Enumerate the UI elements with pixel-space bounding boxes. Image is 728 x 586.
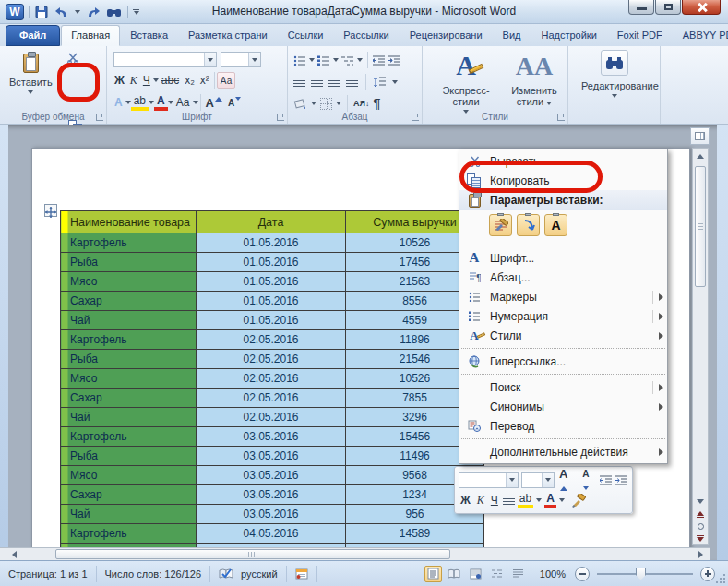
mini-font-color-dropdown-icon[interactable] xyxy=(559,498,565,502)
maximize-button[interactable] xyxy=(655,0,681,15)
language-section[interactable]: русский xyxy=(210,566,286,582)
change-case-button[interactable]: Аа xyxy=(173,94,193,111)
menu-item-additional-actions[interactable]: Дополнительные действия xyxy=(459,442,667,461)
table-cell[interactable]: 01.05.2016 xyxy=(197,233,346,253)
italic-button[interactable]: К xyxy=(127,72,140,89)
mini-decrease-indent-icon[interactable] xyxy=(600,475,613,485)
subscript-button[interactable]: x₂ xyxy=(182,72,197,89)
tab-file[interactable]: Файл xyxy=(6,25,60,46)
menu-item-search[interactable]: Поиск xyxy=(459,377,667,397)
tab-view[interactable]: Вид xyxy=(493,25,531,46)
mini-font-name-combo[interactable] xyxy=(459,472,519,488)
column-header[interactable]: Наименование товара xyxy=(61,211,197,233)
change-case-dropdown-icon[interactable] xyxy=(193,101,198,104)
close-button[interactable] xyxy=(682,0,721,15)
zoom-level-label[interactable]: 100% xyxy=(540,568,566,580)
strikethrough-button[interactable]: abc xyxy=(159,72,182,89)
vertical-scrollbar-thumb[interactable] xyxy=(695,166,706,287)
mini-underline-button[interactable]: Ч xyxy=(489,494,500,507)
mini-center-icon[interactable] xyxy=(503,496,515,505)
align-right-icon[interactable] xyxy=(328,78,340,87)
menu-item-font[interactable]: А Шрифт... xyxy=(459,248,667,268)
table-cell[interactable]: 01.05.2016 xyxy=(197,272,346,292)
table-cell[interactable]: Мясо xyxy=(61,466,197,485)
font-name-combo[interactable] xyxy=(113,52,217,67)
tab-insert[interactable]: Вставка xyxy=(120,25,178,46)
view-fullscreen-reading-button[interactable] xyxy=(446,566,463,582)
multilevel-list-icon[interactable] xyxy=(341,55,354,66)
table-cell[interactable]: 14589 xyxy=(346,524,484,544)
select-browse-object-button[interactable] xyxy=(694,520,707,532)
table-cell[interactable]: Мясо xyxy=(61,369,197,389)
table-cell[interactable]: 01.05.2016 xyxy=(197,292,346,311)
table-move-handle[interactable] xyxy=(44,204,57,217)
ruler-toggle-button[interactable] xyxy=(690,127,710,145)
dialog-launcher-icon[interactable] xyxy=(277,114,284,121)
table-cell[interactable]: 01.05.2016 xyxy=(197,253,346,272)
table-cell[interactable]: 03.05.2016 xyxy=(197,466,346,485)
view-outline-button[interactable] xyxy=(488,566,506,582)
table-cell[interactable]: Мясо xyxy=(61,272,197,292)
table-cell[interactable]: 02.05.2016 xyxy=(197,389,346,408)
clear-formatting-button[interactable]: Аа xyxy=(217,72,235,89)
show-marks-button[interactable]: ¶ xyxy=(373,96,380,111)
align-center-icon[interactable] xyxy=(311,78,323,87)
scroll-right-button[interactable] xyxy=(694,548,707,560)
table-cell[interactable]: Картофель xyxy=(61,427,197,447)
table-cell[interactable]: 03.05.2016 xyxy=(197,505,346,524)
tab-home[interactable]: Главная xyxy=(61,25,120,46)
tab-page-layout[interactable]: Разметка страни xyxy=(178,25,278,46)
tab-foxit-pdf[interactable]: Foxit PDF xyxy=(607,25,673,46)
line-spacing-icon[interactable] xyxy=(374,77,387,88)
minimize-button[interactable] xyxy=(628,0,654,15)
table-cell[interactable]: Картофель xyxy=(61,524,197,544)
paste-keep-source-formatting-button[interactable] xyxy=(489,214,512,236)
dialog-launcher-icon[interactable] xyxy=(96,114,103,121)
mini-bold-button[interactable]: Ж xyxy=(459,494,472,507)
dialog-launcher-icon[interactable] xyxy=(557,114,565,121)
borders-icon[interactable] xyxy=(320,98,332,110)
tab-references[interactable]: Ссылки xyxy=(278,25,334,46)
table-cell[interactable]: 02.05.2016 xyxy=(197,408,346,427)
change-styles-button[interactable]: АA Изменитьстили xyxy=(506,50,563,107)
menu-item-paragraph[interactable]: ¶ Абзац... xyxy=(459,268,667,287)
next-page-button[interactable] xyxy=(694,532,707,544)
zoom-slider[interactable] xyxy=(597,573,693,575)
horizontal-scrollbar[interactable] xyxy=(0,547,710,560)
menu-item-hyperlink[interactable]: Гиперссылка... xyxy=(459,352,667,371)
table-cell[interactable]: Чай xyxy=(61,311,197,330)
column-header[interactable]: Дата xyxy=(197,211,346,233)
scroll-down-button[interactable] xyxy=(694,496,707,508)
mini-shrink-font-button[interactable]: А xyxy=(580,467,597,493)
paste-merge-formatting-button[interactable] xyxy=(517,214,540,236)
shading-icon[interactable] xyxy=(293,98,307,110)
page-indicator[interactable]: Страница: 1 из 1 xyxy=(0,566,97,582)
table-cell[interactable]: Картофель xyxy=(61,233,197,253)
view-print-layout-button[interactable] xyxy=(424,566,442,582)
table-cell[interactable]: Рыба xyxy=(61,253,197,272)
mini-highlight-dropdown-icon[interactable] xyxy=(536,498,542,502)
mini-increase-indent-icon[interactable] xyxy=(615,475,628,485)
previous-page-button[interactable] xyxy=(694,508,707,520)
font-color-button[interactable]: А xyxy=(154,94,168,111)
text-effects-button[interactable]: А xyxy=(112,94,125,111)
tab-addins[interactable]: Надстройки xyxy=(531,25,606,46)
tab-abbyy-pdf[interactable]: ABBYY PDF Trans xyxy=(673,25,728,46)
table-cell[interactable]: 03.05.2016 xyxy=(197,427,346,447)
table-cell[interactable]: Сахар xyxy=(61,292,197,311)
tab-review[interactable]: Рецензировани xyxy=(400,25,493,46)
shrink-font-button[interactable]: А xyxy=(225,94,244,111)
underline-button[interactable]: Ч xyxy=(140,72,153,89)
paste-keep-text-only-button[interactable]: A xyxy=(544,214,567,236)
word-count[interactable]: Число слов: 126/126 xyxy=(97,566,211,582)
mini-italic-button[interactable]: К xyxy=(475,494,486,508)
table-cell[interactable]: 02.05.2016 xyxy=(197,369,346,389)
table-cell[interactable]: 04.05.2016 xyxy=(197,524,346,544)
table-cell[interactable]: 03.05.2016 xyxy=(197,485,346,505)
font-size-combo[interactable] xyxy=(221,52,261,67)
menu-item-bullets[interactable]: Маркеры xyxy=(459,287,667,306)
menu-item-numbering[interactable]: Нумерация xyxy=(459,306,667,326)
highlight-button[interactable]: ab xyxy=(131,94,149,111)
table-cell[interactable]: 02.05.2016 xyxy=(197,350,346,369)
table-cell[interactable]: Рыба xyxy=(61,447,197,466)
